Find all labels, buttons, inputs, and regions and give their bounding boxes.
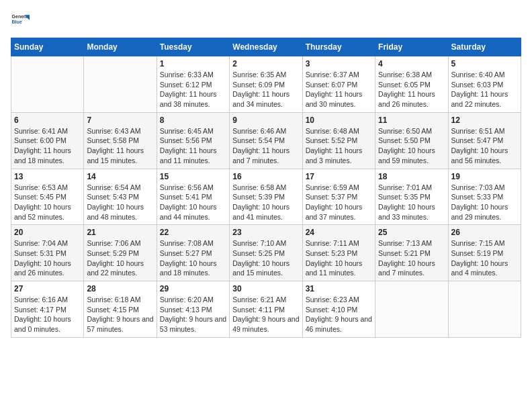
day-number: 4 (378, 59, 445, 68)
calendar-cell: 18Sunrise: 7:01 AMSunset: 5:35 PMDayligh… (375, 169, 448, 225)
calendar-cell: 5Sunrise: 6:40 AMSunset: 6:03 PMDaylight… (448, 56, 521, 113)
calendar-cell: 12Sunrise: 6:51 AMSunset: 5:47 PMDayligh… (448, 112, 521, 169)
weekday-monday: Monday (84, 38, 157, 56)
weekday-sunday: Sunday (11, 38, 84, 56)
weekday-saturday: Saturday (448, 38, 521, 56)
day-info: Sunrise: 6:45 AMSunset: 5:56 PMDaylight:… (160, 126, 226, 166)
calendar-cell (448, 281, 521, 338)
calendar-cell: 14Sunrise: 6:54 AMSunset: 5:43 PMDayligh… (84, 169, 157, 225)
day-number: 5 (451, 59, 518, 68)
day-number: 18 (378, 172, 445, 181)
week-row-3: 13Sunrise: 6:53 AMSunset: 5:45 PMDayligh… (11, 169, 521, 225)
day-number: 23 (232, 228, 299, 237)
day-info: Sunrise: 6:33 AMSunset: 6:12 PMDaylight:… (160, 70, 226, 109)
svg-text:Blue: Blue (12, 19, 22, 24)
day-info: Sunrise: 6:56 AMSunset: 5:41 PMDaylight:… (160, 183, 226, 222)
day-number: 1 (160, 59, 226, 68)
day-number: 24 (306, 228, 372, 237)
day-info: Sunrise: 7:08 AMSunset: 5:27 PMDaylight:… (160, 238, 226, 278)
day-number: 12 (451, 116, 518, 125)
day-number: 13 (14, 172, 81, 181)
calendar-cell: 21Sunrise: 7:06 AMSunset: 5:29 PMDayligh… (84, 225, 157, 281)
day-info: Sunrise: 7:11 AMSunset: 5:23 PMDaylight:… (306, 238, 372, 278)
day-info: Sunrise: 6:16 AMSunset: 4:17 PMDaylight:… (14, 295, 81, 334)
calendar-cell: 29Sunrise: 6:20 AMSunset: 4:13 PMDayligh… (157, 281, 229, 338)
calendar-cell: 24Sunrise: 7:11 AMSunset: 5:23 PMDayligh… (302, 225, 375, 281)
day-number: 20 (14, 228, 81, 237)
day-info: Sunrise: 6:37 AMSunset: 6:07 PMDaylight:… (306, 70, 372, 109)
day-number: 22 (160, 228, 226, 237)
calendar-cell: 3Sunrise: 6:37 AMSunset: 6:07 PMDaylight… (302, 56, 375, 113)
calendar-cell: 2Sunrise: 6:35 AMSunset: 6:09 PMDaylight… (230, 56, 302, 113)
calendar-cell: 7Sunrise: 6:43 AMSunset: 5:58 PMDaylight… (84, 112, 157, 169)
day-number: 27 (14, 284, 81, 293)
day-number: 7 (87, 116, 153, 125)
day-number: 30 (232, 284, 299, 293)
calendar-cell: 19Sunrise: 7:03 AMSunset: 5:33 PMDayligh… (448, 169, 521, 225)
day-info: Sunrise: 7:06 AMSunset: 5:29 PMDaylight:… (87, 238, 153, 278)
calendar-cell: 15Sunrise: 6:56 AMSunset: 5:41 PMDayligh… (157, 169, 229, 225)
week-row-4: 20Sunrise: 7:04 AMSunset: 5:31 PMDayligh… (11, 225, 521, 281)
calendar-cell: 11Sunrise: 6:50 AMSunset: 5:50 PMDayligh… (375, 112, 448, 169)
day-info: Sunrise: 6:48 AMSunset: 5:52 PMDaylight:… (306, 126, 372, 166)
day-number: 19 (451, 172, 518, 181)
day-info: Sunrise: 7:04 AMSunset: 5:31 PMDaylight:… (14, 238, 81, 278)
day-info: Sunrise: 6:43 AMSunset: 5:58 PMDaylight:… (87, 126, 153, 166)
day-info: Sunrise: 6:40 AMSunset: 6:03 PMDaylight:… (451, 70, 518, 109)
day-info: Sunrise: 6:21 AMSunset: 4:11 PMDaylight:… (232, 295, 299, 334)
page-header: General Blue (11, 11, 521, 30)
calendar-cell: 8Sunrise: 6:45 AMSunset: 5:56 PMDaylight… (157, 112, 229, 169)
day-info: Sunrise: 7:15 AMSunset: 5:19 PMDaylight:… (451, 238, 518, 278)
calendar-cell: 31Sunrise: 6:23 AMSunset: 4:10 PMDayligh… (302, 281, 375, 338)
calendar-cell: 6Sunrise: 6:41 AMSunset: 6:00 PMDaylight… (11, 112, 84, 169)
day-info: Sunrise: 6:20 AMSunset: 4:13 PMDaylight:… (160, 295, 226, 334)
day-info: Sunrise: 7:13 AMSunset: 5:21 PMDaylight:… (378, 238, 445, 278)
day-number: 9 (232, 116, 299, 125)
day-number: 3 (306, 59, 372, 68)
day-info: Sunrise: 6:35 AMSunset: 6:09 PMDaylight:… (232, 70, 299, 109)
calendar-cell: 22Sunrise: 7:08 AMSunset: 5:27 PMDayligh… (157, 225, 229, 281)
calendar-table: SundayMondayTuesdayWednesdayThursdayFrid… (11, 38, 521, 338)
day-number: 8 (160, 116, 226, 125)
day-info: Sunrise: 6:18 AMSunset: 4:15 PMDaylight:… (87, 295, 153, 334)
week-row-5: 27Sunrise: 6:16 AMSunset: 4:17 PMDayligh… (11, 281, 521, 338)
weekday-friday: Friday (375, 38, 448, 56)
day-info: Sunrise: 6:59 AMSunset: 5:37 PMDaylight:… (306, 183, 372, 222)
calendar-cell (11, 56, 84, 113)
day-info: Sunrise: 6:58 AMSunset: 5:39 PMDaylight:… (232, 183, 299, 222)
calendar-cell (84, 56, 157, 113)
day-info: Sunrise: 6:23 AMSunset: 4:10 PMDaylight:… (306, 295, 372, 334)
calendar-cell: 26Sunrise: 7:15 AMSunset: 5:19 PMDayligh… (448, 225, 521, 281)
day-info: Sunrise: 6:50 AMSunset: 5:50 PMDaylight:… (378, 126, 445, 166)
day-number: 16 (232, 172, 299, 181)
calendar-cell: 30Sunrise: 6:21 AMSunset: 4:11 PMDayligh… (230, 281, 302, 338)
day-number: 6 (14, 116, 81, 125)
calendar-cell: 20Sunrise: 7:04 AMSunset: 5:31 PMDayligh… (11, 225, 84, 281)
day-info: Sunrise: 6:54 AMSunset: 5:43 PMDaylight:… (87, 183, 153, 222)
day-number: 15 (160, 172, 226, 181)
day-info: Sunrise: 6:51 AMSunset: 5:47 PMDaylight:… (451, 126, 518, 166)
day-number: 10 (306, 116, 372, 125)
calendar-cell: 25Sunrise: 7:13 AMSunset: 5:21 PMDayligh… (375, 225, 448, 281)
weekday-thursday: Thursday (302, 38, 375, 56)
day-number: 26 (451, 228, 518, 237)
day-number: 2 (232, 59, 299, 68)
day-number: 11 (378, 116, 445, 125)
day-number: 29 (160, 284, 226, 293)
day-info: Sunrise: 6:53 AMSunset: 5:45 PMDaylight:… (14, 183, 81, 222)
day-number: 21 (87, 228, 153, 237)
calendar-cell: 9Sunrise: 6:46 AMSunset: 5:54 PMDaylight… (230, 112, 302, 169)
day-info: Sunrise: 7:01 AMSunset: 5:35 PMDaylight:… (378, 183, 445, 222)
calendar-cell: 4Sunrise: 6:38 AMSunset: 6:05 PMDaylight… (375, 56, 448, 113)
day-number: 28 (87, 284, 153, 293)
weekday-header-row: SundayMondayTuesdayWednesdayThursdayFrid… (11, 38, 521, 56)
logo-icon: General Blue (11, 11, 30, 30)
calendar-cell: 27Sunrise: 6:16 AMSunset: 4:17 PMDayligh… (11, 281, 84, 338)
week-row-2: 6Sunrise: 6:41 AMSunset: 6:00 PMDaylight… (11, 112, 521, 169)
weekday-tuesday: Tuesday (157, 38, 229, 56)
day-info: Sunrise: 6:38 AMSunset: 6:05 PMDaylight:… (378, 70, 445, 109)
calendar-cell: 16Sunrise: 6:58 AMSunset: 5:39 PMDayligh… (230, 169, 302, 225)
day-number: 25 (378, 228, 445, 237)
day-info: Sunrise: 7:10 AMSunset: 5:25 PMDaylight:… (232, 238, 299, 278)
day-info: Sunrise: 6:46 AMSunset: 5:54 PMDaylight:… (232, 126, 299, 166)
